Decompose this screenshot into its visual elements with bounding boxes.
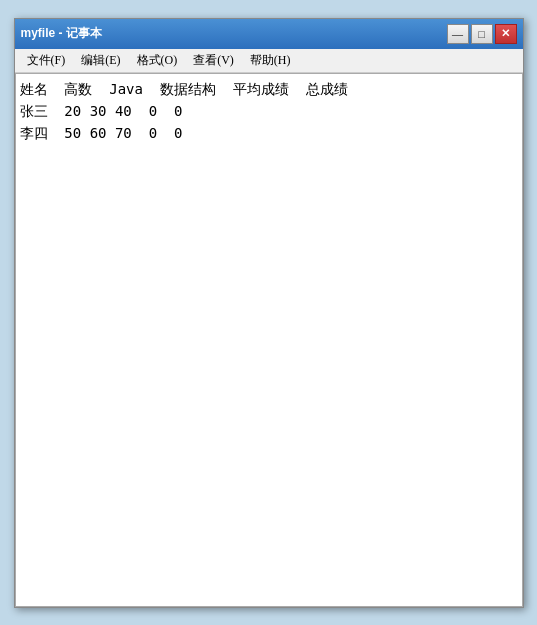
notepad-window: myfile - 记事本 — □ ✕ 文件(F) 编辑(E) 格式(O) 查看(… bbox=[14, 18, 524, 608]
minimize-button[interactable]: — bbox=[447, 24, 469, 44]
menu-edit[interactable]: 编辑(E) bbox=[73, 50, 128, 71]
menu-bar: 文件(F) 编辑(E) 格式(O) 查看(V) 帮助(H) bbox=[15, 49, 523, 73]
menu-file[interactable]: 文件(F) bbox=[19, 50, 74, 71]
close-button[interactable]: ✕ bbox=[495, 24, 517, 44]
menu-format[interactable]: 格式(O) bbox=[129, 50, 186, 71]
editor-area[interactable]: 姓名 高数 Java 数据结构 平均成绩 总成绩 张三 20 30 40 0 0… bbox=[15, 73, 523, 607]
menu-help[interactable]: 帮助(H) bbox=[242, 50, 299, 71]
editor-text[interactable]: 姓名 高数 Java 数据结构 平均成绩 总成绩 张三 20 30 40 0 0… bbox=[20, 78, 518, 145]
menu-view[interactable]: 查看(V) bbox=[185, 50, 242, 71]
window-controls: — □ ✕ bbox=[447, 24, 517, 44]
title-bar: myfile - 记事本 — □ ✕ bbox=[15, 19, 523, 49]
maximize-button[interactable]: □ bbox=[471, 24, 493, 44]
window-title: myfile - 记事本 bbox=[21, 25, 102, 42]
